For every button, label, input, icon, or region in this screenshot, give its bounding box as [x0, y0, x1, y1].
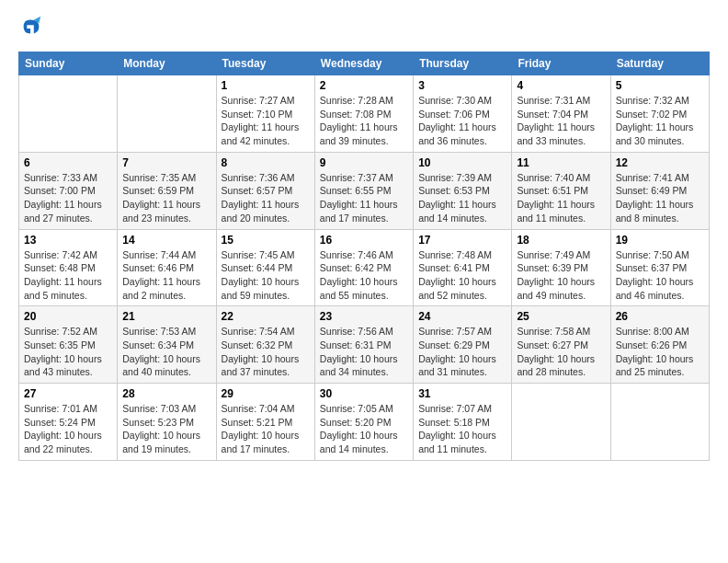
day-number: 1 [222, 79, 310, 92]
day-number: 20 [24, 310, 112, 323]
calendar-week-row: 1Sunrise: 7:27 AM Sunset: 7:10 PM Daylig… [19, 75, 710, 153]
page-header [18, 15, 710, 40]
calendar-cell: 23Sunrise: 7:56 AM Sunset: 6:31 PM Dayli… [314, 306, 413, 384]
calendar-cell: 15Sunrise: 7:45 AM Sunset: 6:44 PM Dayli… [216, 229, 314, 306]
day-number: 6 [24, 156, 112, 169]
calendar-cell: 5Sunrise: 7:32 AM Sunset: 7:02 PM Daylig… [610, 75, 709, 153]
day-info: Sunrise: 7:53 AM Sunset: 6:34 PM Dayligh… [122, 325, 210, 379]
day-number: 23 [320, 310, 408, 323]
day-header-monday: Monday [118, 52, 216, 75]
day-info: Sunrise: 7:30 AM Sunset: 7:06 PM Dayligh… [418, 94, 506, 148]
day-number: 2 [320, 79, 408, 92]
day-info: Sunrise: 7:28 AM Sunset: 7:08 PM Dayligh… [320, 94, 408, 148]
day-number: 30 [320, 387, 408, 400]
day-number: 28 [122, 387, 210, 400]
day-number: 22 [222, 310, 310, 323]
calendar-week-row: 27Sunrise: 7:01 AM Sunset: 5:24 PM Dayli… [19, 384, 710, 461]
day-number: 16 [320, 234, 408, 247]
day-info: Sunrise: 7:03 AM Sunset: 5:23 PM Dayligh… [122, 402, 210, 456]
day-info: Sunrise: 7:05 AM Sunset: 5:20 PM Dayligh… [320, 402, 408, 456]
day-info: Sunrise: 7:50 AM Sunset: 6:37 PM Dayligh… [616, 248, 704, 303]
calendar-cell: 7Sunrise: 7:35 AM Sunset: 6:59 PM Daylig… [118, 152, 216, 229]
day-number: 21 [122, 310, 210, 323]
calendar-week-row: 6Sunrise: 7:33 AM Sunset: 7:00 PM Daylig… [19, 152, 710, 229]
calendar-header-row: SundayMondayTuesdayWednesdayThursdayFrid… [19, 52, 710, 75]
calendar-cell: 4Sunrise: 7:31 AM Sunset: 7:04 PM Daylig… [512, 75, 610, 153]
day-header-saturday: Saturday [610, 52, 709, 75]
day-number: 29 [222, 387, 310, 400]
calendar-week-row: 13Sunrise: 7:42 AM Sunset: 6:48 PM Dayli… [19, 229, 710, 306]
logo-icon [18, 15, 44, 40]
day-header-thursday: Thursday [414, 52, 512, 75]
day-number: 4 [517, 79, 605, 92]
calendar-cell [610, 384, 709, 461]
day-header-friday: Friday [512, 52, 610, 75]
calendar-cell: 18Sunrise: 7:49 AM Sunset: 6:39 PM Dayli… [512, 229, 610, 306]
day-info: Sunrise: 7:48 AM Sunset: 6:41 PM Dayligh… [418, 248, 506, 303]
day-number: 17 [418, 234, 506, 247]
calendar-cell: 24Sunrise: 7:57 AM Sunset: 6:29 PM Dayli… [414, 306, 512, 384]
calendar-cell: 30Sunrise: 7:05 AM Sunset: 5:20 PM Dayli… [314, 384, 413, 461]
day-number: 8 [222, 156, 310, 169]
calendar-cell: 2Sunrise: 7:28 AM Sunset: 7:08 PM Daylig… [314, 75, 413, 153]
day-info: Sunrise: 7:07 AM Sunset: 5:18 PM Dayligh… [418, 402, 506, 456]
day-info: Sunrise: 7:58 AM Sunset: 6:27 PM Dayligh… [517, 325, 605, 379]
day-number: 9 [320, 156, 408, 169]
day-number: 19 [616, 234, 704, 247]
day-info: Sunrise: 7:01 AM Sunset: 5:24 PM Dayligh… [24, 402, 112, 456]
day-info: Sunrise: 7:56 AM Sunset: 6:31 PM Dayligh… [320, 325, 408, 379]
calendar-cell: 12Sunrise: 7:41 AM Sunset: 6:49 PM Dayli… [610, 152, 709, 229]
day-number: 31 [418, 387, 506, 400]
day-info: Sunrise: 7:49 AM Sunset: 6:39 PM Dayligh… [517, 248, 605, 303]
calendar-cell: 10Sunrise: 7:39 AM Sunset: 6:53 PM Dayli… [414, 152, 512, 229]
calendar-cell: 16Sunrise: 7:46 AM Sunset: 6:42 PM Dayli… [314, 229, 413, 306]
day-info: Sunrise: 7:54 AM Sunset: 6:32 PM Dayligh… [222, 325, 310, 379]
calendar-cell: 9Sunrise: 7:37 AM Sunset: 6:55 PM Daylig… [314, 152, 413, 229]
logo [18, 15, 50, 40]
day-header-sunday: Sunday [19, 52, 118, 75]
day-info: Sunrise: 8:00 AM Sunset: 6:26 PM Dayligh… [616, 325, 704, 379]
calendar-cell: 11Sunrise: 7:40 AM Sunset: 6:51 PM Dayli… [512, 152, 610, 229]
calendar-cell: 31Sunrise: 7:07 AM Sunset: 5:18 PM Dayli… [414, 384, 512, 461]
day-number: 25 [517, 310, 605, 323]
day-info: Sunrise: 7:04 AM Sunset: 5:21 PM Dayligh… [222, 402, 310, 456]
calendar-cell: 25Sunrise: 7:58 AM Sunset: 6:27 PM Dayli… [512, 306, 610, 384]
calendar-cell: 6Sunrise: 7:33 AM Sunset: 7:00 PM Daylig… [19, 152, 118, 229]
calendar-table: SundayMondayTuesdayWednesdayThursdayFrid… [18, 52, 710, 461]
calendar-cell: 3Sunrise: 7:30 AM Sunset: 7:06 PM Daylig… [414, 75, 512, 153]
day-number: 13 [24, 234, 112, 247]
day-number: 5 [616, 79, 704, 92]
day-info: Sunrise: 7:42 AM Sunset: 6:48 PM Dayligh… [24, 248, 112, 303]
calendar-cell: 19Sunrise: 7:50 AM Sunset: 6:37 PM Dayli… [610, 229, 709, 306]
calendar-cell: 8Sunrise: 7:36 AM Sunset: 6:57 PM Daylig… [216, 152, 314, 229]
day-number: 12 [616, 156, 704, 169]
day-number: 24 [418, 310, 506, 323]
day-info: Sunrise: 7:40 AM Sunset: 6:51 PM Dayligh… [517, 171, 605, 225]
calendar-cell [118, 75, 216, 153]
calendar-cell [19, 75, 118, 153]
calendar-cell: 21Sunrise: 7:53 AM Sunset: 6:34 PM Dayli… [118, 306, 216, 384]
calendar-cell: 22Sunrise: 7:54 AM Sunset: 6:32 PM Dayli… [216, 306, 314, 384]
calendar-week-row: 20Sunrise: 7:52 AM Sunset: 6:35 PM Dayli… [19, 306, 710, 384]
day-number: 15 [222, 234, 310, 247]
day-info: Sunrise: 7:44 AM Sunset: 6:46 PM Dayligh… [122, 248, 210, 303]
day-number: 14 [122, 234, 210, 247]
calendar-cell: 14Sunrise: 7:44 AM Sunset: 6:46 PM Dayli… [118, 229, 216, 306]
calendar-cell: 28Sunrise: 7:03 AM Sunset: 5:23 PM Dayli… [118, 384, 216, 461]
calendar-cell: 17Sunrise: 7:48 AM Sunset: 6:41 PM Dayli… [414, 229, 512, 306]
calendar-cell: 29Sunrise: 7:04 AM Sunset: 5:21 PM Dayli… [216, 384, 314, 461]
calendar-cell: 13Sunrise: 7:42 AM Sunset: 6:48 PM Dayli… [19, 229, 118, 306]
day-info: Sunrise: 7:39 AM Sunset: 6:53 PM Dayligh… [418, 171, 506, 225]
day-info: Sunrise: 7:33 AM Sunset: 7:00 PM Dayligh… [24, 171, 112, 225]
day-info: Sunrise: 7:57 AM Sunset: 6:29 PM Dayligh… [418, 325, 506, 379]
day-info: Sunrise: 7:31 AM Sunset: 7:04 PM Dayligh… [517, 94, 605, 148]
day-number: 3 [418, 79, 506, 92]
day-info: Sunrise: 7:32 AM Sunset: 7:02 PM Dayligh… [616, 94, 704, 148]
day-info: Sunrise: 7:45 AM Sunset: 6:44 PM Dayligh… [222, 248, 310, 303]
day-number: 18 [517, 234, 605, 247]
day-number: 26 [616, 310, 704, 323]
day-info: Sunrise: 7:41 AM Sunset: 6:49 PM Dayligh… [616, 171, 704, 225]
calendar-cell [512, 384, 610, 461]
day-info: Sunrise: 7:52 AM Sunset: 6:35 PM Dayligh… [24, 325, 112, 379]
day-header-tuesday: Tuesday [216, 52, 314, 75]
